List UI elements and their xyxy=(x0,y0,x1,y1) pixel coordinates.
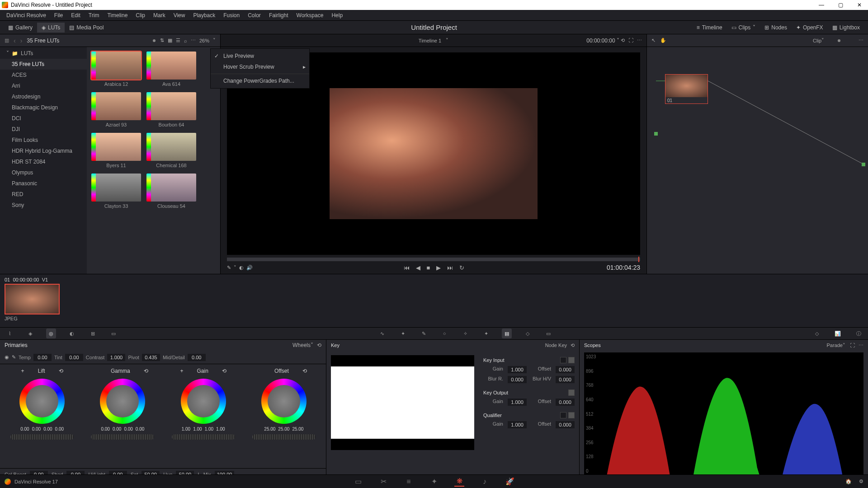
lut-thumb[interactable] xyxy=(91,133,141,161)
motion-icon[interactable]: ▭ xyxy=(108,328,118,338)
prev-button[interactable]: ◀ xyxy=(416,264,420,271)
node-input[interactable] xyxy=(654,132,658,136)
lut-item[interactable]: Arabica 12 xyxy=(91,52,141,87)
lut-item[interactable]: Bourbon 64 xyxy=(146,92,196,127)
lut-thumb[interactable] xyxy=(146,174,196,202)
lut-thumb[interactable] xyxy=(91,174,141,202)
reset-icon[interactable]: ⟲ xyxy=(59,368,63,374)
lut-item[interactable]: Clouseau 54 xyxy=(146,174,196,209)
close-button[interactable]: ✕ xyxy=(853,2,866,8)
tint-value[interactable]: 0.00 xyxy=(65,354,83,361)
audio-icon[interactable]: 🔊 xyxy=(246,265,253,271)
tree-item-hdr-st[interactable]: HDR ST 2084 xyxy=(0,156,87,167)
window-icon[interactable]: ○ xyxy=(439,328,449,338)
gamma-jog[interactable] xyxy=(91,434,154,440)
tree-item-olympus[interactable]: Olympus xyxy=(0,167,87,178)
play-button[interactable]: ▶ xyxy=(436,264,441,271)
gain-jog[interactable] xyxy=(172,434,235,440)
sort-icon[interactable]: ⇅ xyxy=(160,38,164,43)
info-icon[interactable]: ⓘ xyxy=(854,328,863,338)
clip-item[interactable]: 01 00:00:00:00 V1 JPEG xyxy=(5,277,60,324)
options-icon[interactable]: ⋯ xyxy=(859,343,863,348)
qualifier2-icon[interactable]: ✎ xyxy=(419,328,429,338)
wipe-icon[interactable]: ◐ xyxy=(239,265,244,271)
menu-file[interactable]: File xyxy=(51,11,66,20)
keyinput-offset[interactable]: 0.000 xyxy=(556,366,575,373)
menu-color[interactable]: Color xyxy=(244,11,264,20)
pointer-icon[interactable]: ↖ xyxy=(651,38,656,43)
lut-thumb[interactable] xyxy=(146,52,196,80)
mode-dropdown[interactable]: Wheels xyxy=(292,342,311,348)
timecode-in[interactable]: 00:00:00:00 ˅ xyxy=(586,38,619,44)
tree-item-dci[interactable]: DCI xyxy=(0,113,87,124)
media-page-icon[interactable]: ▭ xyxy=(353,477,363,487)
expand-icon[interactable]: ⛶ xyxy=(628,38,633,43)
menu-view[interactable]: View xyxy=(170,11,189,20)
chevron-down-icon[interactable]: ˅ xyxy=(446,38,448,43)
hand-icon[interactable]: ✋ xyxy=(660,38,666,43)
invert-toggle[interactable] xyxy=(568,389,575,396)
menu-hover-scrub[interactable]: Hover Scrub Preview▸ xyxy=(211,61,309,72)
magic-icon[interactable]: ✦ xyxy=(481,328,491,338)
contrast-value[interactable]: 1.000 xyxy=(107,354,125,361)
tree-item-sony[interactable]: Sony xyxy=(0,200,87,211)
reset-icon[interactable]: ⟲ xyxy=(571,343,575,348)
last-frame-button[interactable]: ⏭ xyxy=(447,264,453,271)
key-canvas[interactable] xyxy=(331,355,474,450)
node-01[interactable]: 01 xyxy=(665,74,708,104)
lut-item[interactable]: Clayton 33 xyxy=(91,174,141,209)
first-frame-button[interactable]: ⏮ xyxy=(404,264,410,271)
options-icon[interactable]: ⋯ xyxy=(859,38,863,43)
rgb-mixer-icon[interactable]: ⊞ xyxy=(88,328,98,338)
yrgb-toggle-icon[interactable]: ✎ xyxy=(12,354,16,360)
chevron-down-icon[interactable]: ˅ xyxy=(843,343,845,348)
menu-live-preview[interactable]: ✓Live Preview xyxy=(211,51,309,61)
reset-icon[interactable]: + xyxy=(180,368,183,374)
options-icon[interactable]: ⋯ xyxy=(637,38,642,43)
cut-page-icon[interactable]: ✂ xyxy=(378,477,388,487)
lut-item[interactable]: Ava 614 xyxy=(146,52,196,87)
playhead[interactable] xyxy=(638,257,639,262)
fusion-page-icon[interactable]: ✦ xyxy=(429,477,439,487)
lut-item[interactable]: Azrael 93 xyxy=(91,92,141,127)
scopes-icon[interactable]: 📊 xyxy=(833,328,843,338)
menu-change-path[interactable]: Change PowerGrades Path... xyxy=(211,75,309,86)
fairlight-page-icon[interactable]: ♪ xyxy=(480,477,490,487)
forward-button[interactable]: › xyxy=(20,37,23,44)
menu-fairlight[interactable]: Fairlight xyxy=(265,11,292,20)
lut-thumb[interactable] xyxy=(146,92,196,120)
menu-fusion[interactable]: Fusion xyxy=(220,11,243,20)
picker-icon[interactable]: ✎ xyxy=(227,265,231,271)
tree-item-film[interactable]: Film Looks xyxy=(0,135,87,145)
openfx-button[interactable]: ✦OpenFX xyxy=(792,23,828,33)
tree-item-arri[interactable]: Arri xyxy=(0,80,87,91)
lift-jog[interactable] xyxy=(10,434,74,440)
tree-item-pana[interactable]: Panasonic xyxy=(0,178,87,189)
chevron-down-icon[interactable]: ˅ xyxy=(311,342,313,348)
tree-root[interactable]: ˅LUTs xyxy=(0,48,87,59)
reset-icon[interactable]: + xyxy=(21,368,24,374)
rgb-toggle-icon[interactable]: ◉ xyxy=(5,354,9,360)
chevron-down-icon[interactable]: ˅ xyxy=(234,265,236,271)
timeline-button[interactable]: ≡Timeline xyxy=(692,23,727,33)
menu-edit[interactable]: Edit xyxy=(67,11,84,20)
invert-toggle[interactable] xyxy=(568,412,575,418)
blur-icon[interactable]: ▤ xyxy=(502,328,512,338)
tree-item-hdr-hlg[interactable]: HDR Hybrid Log-Gamma xyxy=(0,145,87,156)
zoom-slider[interactable] xyxy=(838,39,840,42)
sizing-icon[interactable]: ▭ xyxy=(543,328,553,338)
qualifier-offset[interactable]: 0.000 xyxy=(556,421,575,428)
chevron-down-icon[interactable]: ˅ xyxy=(213,38,216,43)
settings-icon[interactable]: ⚙ xyxy=(859,479,863,484)
gallery-button[interactable]: ▦Gallery xyxy=(4,23,37,33)
key-icon[interactable]: ◇ xyxy=(523,328,533,338)
reset-icon[interactable]: ⟲ xyxy=(222,368,226,374)
keyoutput-offset[interactable]: 0.000 xyxy=(556,399,575,406)
node-canvas[interactable]: 01 xyxy=(647,47,868,274)
lut-item[interactable]: Byers 11 xyxy=(91,133,141,168)
gain-wheel[interactable] xyxy=(181,379,226,424)
luts-button[interactable]: ◈LUTs xyxy=(37,23,65,33)
hdr-icon[interactable]: ◐ xyxy=(67,328,77,338)
menu-timeline[interactable]: Timeline xyxy=(104,11,131,20)
reset-icon[interactable]: ⟲ xyxy=(317,342,321,348)
